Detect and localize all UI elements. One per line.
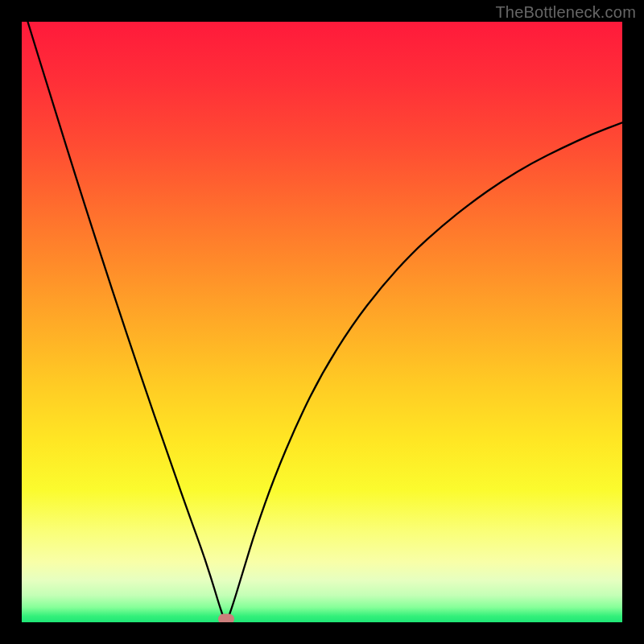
chart-frame: TheBottleneck.com [0, 0, 644, 644]
bottleneck-curve [27, 22, 622, 621]
watermark-text: TheBottleneck.com [495, 3, 636, 22]
plot-area [22, 22, 622, 622]
optimum-marker [218, 614, 234, 622]
curve-layer [22, 22, 622, 622]
